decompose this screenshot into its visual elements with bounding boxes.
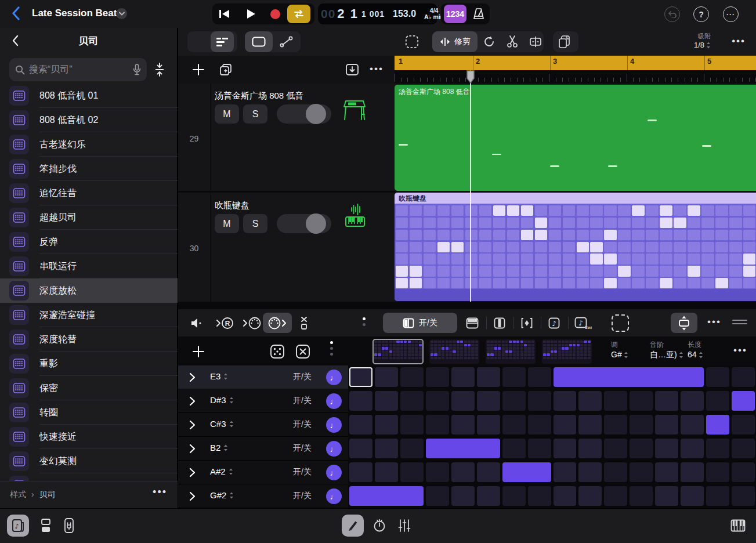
list-item[interactable]: 深度放松: [0, 278, 178, 303]
step-cell[interactable]: [426, 486, 449, 506]
browser-toggle-button[interactable]: ♪: [7, 515, 29, 537]
mixer-faders-button[interactable]: [393, 515, 415, 537]
snap-control[interactable]: 吸附 1/8: [694, 32, 711, 49]
step-cell[interactable]: [732, 439, 755, 458]
step-cell[interactable]: [502, 415, 526, 435]
step-row-header[interactable]: G#2开/关♩: [178, 484, 348, 508]
undo-button[interactable]: [664, 6, 680, 22]
add-pattern-button[interactable]: [187, 341, 209, 361]
step-cell[interactable]: [400, 415, 424, 435]
step-cell[interactable]: [349, 391, 372, 411]
step-cell[interactable]: [554, 486, 577, 506]
volume-knob[interactable]: [306, 213, 326, 234]
step-note-bar[interactable]: [706, 415, 729, 435]
step-cell[interactable]: [502, 391, 526, 411]
automation-view-button[interactable]: [273, 31, 301, 52]
step-cell[interactable]: [655, 486, 678, 506]
mute-button[interactable]: M: [215, 104, 239, 124]
step-cell[interactable]: [578, 415, 602, 435]
step-cell[interactable]: [528, 367, 551, 387]
step-cell[interactable]: [732, 367, 755, 387]
step-cell[interactable]: [681, 439, 704, 458]
synth-instrument-icon[interactable]: [342, 99, 367, 122]
step-note-name[interactable]: G#2: [210, 490, 234, 500]
step-cell[interactable]: [349, 439, 372, 458]
step-row-header[interactable]: D#3开/关♩: [178, 389, 348, 413]
clear-pattern-icon[interactable]: [294, 313, 315, 333]
step-cell[interactable]: [528, 415, 551, 435]
pattern-region-purple[interactable]: 吹瓶键盘: [395, 193, 756, 301]
step-cell[interactable]: [706, 391, 729, 411]
velocity-view-icon[interactable]: [516, 313, 537, 333]
ruler-cycle-band[interactable]: 12345: [395, 56, 756, 70]
chevron-right-icon[interactable]: [189, 420, 196, 430]
midi-out-icon[interactable]: [263, 313, 292, 333]
step-cell[interactable]: [477, 462, 500, 482]
step-cell[interactable]: [578, 462, 602, 482]
list-item[interactable]: 深度轮替: [0, 327, 178, 352]
step-cell[interactable]: [400, 367, 424, 387]
step-note-name[interactable]: B2: [210, 443, 228, 453]
chevron-right-icon[interactable]: [189, 372, 196, 382]
rows-view-icon[interactable]: [462, 313, 483, 333]
step-cell[interactable]: [706, 462, 729, 482]
step-cell[interactable]: [375, 439, 398, 458]
step-cell[interactable]: [400, 391, 424, 411]
step-note-bar[interactable]: [732, 391, 755, 411]
breadcrumb[interactable]: 样式 › 贝司: [10, 490, 55, 500]
step-note-bar[interactable]: [554, 367, 704, 387]
note-mode-icon[interactable]: ♩: [326, 393, 342, 409]
octave-view-icon[interactable]: ♪8va: [570, 313, 596, 333]
step-cell[interactable]: [349, 462, 372, 482]
tracks-view-button[interactable]: [211, 31, 234, 52]
pattern-thumbnail[interactable]: [486, 339, 536, 364]
help-button[interactable]: ?: [693, 6, 709, 22]
step-cell[interactable]: [426, 462, 449, 482]
count-in-button[interactable]: 1234: [444, 5, 466, 23]
mic-icon[interactable]: [133, 64, 141, 75]
chevron-right-icon[interactable]: [189, 468, 196, 477]
step-cell[interactable]: [578, 391, 602, 411]
step-cell[interactable]: [706, 486, 729, 506]
track-header-more-button[interactable]: •••: [370, 63, 384, 75]
track-volume-slider[interactable]: [277, 214, 331, 233]
paste-button[interactable]: [553, 31, 576, 52]
editor-more-button[interactable]: •••: [707, 316, 721, 328]
regions-view-button[interactable]: [245, 31, 273, 52]
pattern-thumbnail[interactable]: [373, 339, 423, 364]
step-cell[interactable]: [554, 439, 577, 458]
note-view-icon[interactable]: ♪: [544, 313, 565, 333]
track-import-button[interactable]: [341, 59, 364, 80]
step-note-name[interactable]: A#2: [210, 466, 233, 476]
step-cell[interactable]: [554, 391, 577, 411]
step-note-name[interactable]: E3: [210, 371, 228, 381]
add-track-button[interactable]: [187, 59, 210, 80]
grid-view-button[interactable]: [187, 31, 211, 52]
step-cell[interactable]: [451, 486, 475, 506]
step-cell[interactable]: [604, 462, 627, 482]
step-cell[interactable]: [349, 415, 372, 435]
note-mode-icon[interactable]: ♩: [326, 441, 342, 457]
step-cell[interactable]: [528, 391, 551, 411]
preview-volume-icon[interactable]: [186, 313, 207, 333]
step-cell[interactable]: [578, 439, 602, 458]
record-button[interactable]: [266, 3, 284, 24]
length-param[interactable]: 长度 64: [688, 340, 703, 360]
back-chevron-icon[interactable]: [12, 6, 20, 20]
list-item[interactable]: 转圈: [0, 400, 178, 425]
step-row-header[interactable]: C#3开/关♩: [178, 413, 348, 437]
step-cell[interactable]: [655, 439, 678, 458]
editor-page-indicator[interactable]: [363, 317, 366, 326]
note-mode-icon[interactable]: ♩: [326, 370, 342, 385]
note-mode-icon[interactable]: ♩: [326, 488, 342, 504]
collapse-browser-icon[interactable]: [152, 63, 167, 77]
pattern-more-button[interactable]: •••: [733, 345, 747, 356]
gain-tool-button[interactable]: [524, 31, 547, 52]
note-mode-icon[interactable]: ♩: [326, 417, 342, 433]
chevron-right-icon[interactable]: [189, 444, 196, 454]
list-item[interactable]: [0, 473, 178, 482]
list-item[interactable]: 变幻莫测: [0, 449, 178, 473]
pattern-thumbnail[interactable]: [429, 339, 479, 364]
track-name[interactable]: 吹瓶键盘: [215, 200, 249, 211]
step-cell[interactable]: [349, 367, 372, 387]
